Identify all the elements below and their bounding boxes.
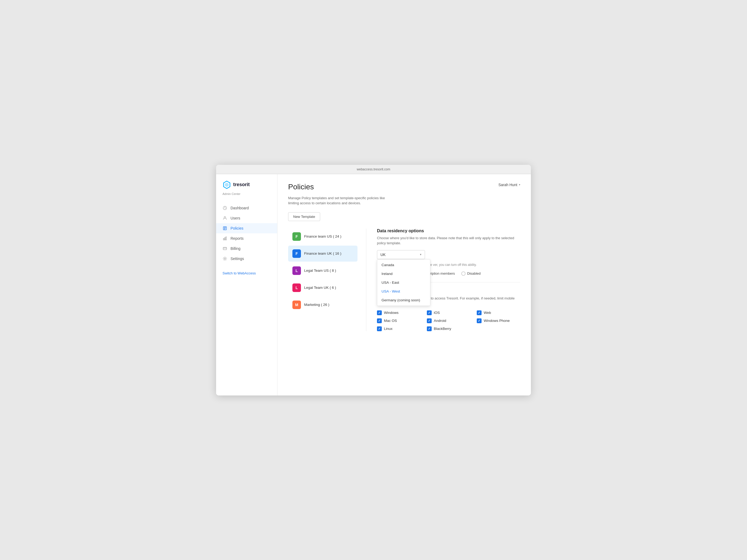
sidebar-item-billing[interactable]: Billing	[216, 243, 277, 254]
reports-icon	[223, 236, 227, 241]
tresorit-logo-icon	[223, 181, 231, 189]
device-label-web: Web	[484, 311, 491, 315]
device-item-web: ✓ Web	[477, 311, 520, 315]
template-item-marketing[interactable]: M Marketing ( 26 )	[288, 297, 358, 313]
clock-icon	[223, 206, 227, 210]
template-name-finance-uk: Finance team UK ( 16 )	[304, 251, 341, 256]
browser-window: webaccess.tresorit.com tresorit Admin Ce…	[216, 165, 531, 396]
radio-label-disabled: Disabled	[467, 271, 481, 275]
page-header: Policies Sarah Hunt ▾	[288, 183, 520, 191]
svg-point-9	[224, 258, 226, 259]
sidebar-item-label-users: Users	[231, 216, 240, 220]
template-badge-legal-uk: L	[292, 284, 301, 292]
templates-list: F Finance team US ( 24 ) F Finance team …	[288, 229, 358, 331]
radio-circle-disabled	[461, 271, 466, 276]
checkbox-check: ✓	[478, 311, 481, 315]
checkbox-check: ✓	[378, 327, 381, 331]
device-label-blackberry: BlackBerry	[434, 327, 451, 331]
svg-marker-1	[225, 183, 229, 187]
svg-rect-7	[226, 237, 227, 240]
user-icon	[223, 216, 227, 220]
dropdown-item-canada[interactable]: Canada	[377, 261, 430, 269]
template-item-finance-us[interactable]: F Finance team US ( 24 )	[288, 229, 358, 244]
browser-bar: webaccess.tresorit.com	[216, 165, 531, 174]
checkbox-android[interactable]: ✓	[427, 318, 432, 323]
logo-text: tresorit	[233, 182, 250, 187]
svg-rect-5	[223, 238, 224, 240]
sidebar-item-label-settings: Settings	[231, 257, 244, 261]
checkbox-web[interactable]: ✓	[477, 311, 482, 315]
settings-icon	[223, 256, 227, 261]
template-item-finance-uk[interactable]: F Finance team UK ( 16 )	[288, 246, 358, 262]
billing-icon	[223, 246, 227, 251]
device-item-windows: ✓ Windows	[377, 311, 420, 315]
data-residency-title: Data residency options	[377, 229, 520, 233]
content-split: F Finance team US ( 24 ) F Finance team …	[288, 229, 520, 331]
browser-url: webaccess.tresorit.com	[357, 167, 390, 171]
checkbox-blackberry[interactable]: ✓	[427, 326, 432, 331]
new-template-button[interactable]: New Template	[288, 212, 320, 221]
device-item-ios: ✓ iOS	[427, 311, 470, 315]
template-item-legal-uk[interactable]: L Legal Team UK ( 6 )	[288, 280, 358, 296]
device-label-linux: Linux	[384, 327, 392, 331]
radio-item-disabled[interactable]: Disabled	[461, 271, 481, 276]
devices-grid: ✓ Windows ✓ iOS ✓ Web ✓ Mac OS	[377, 311, 520, 331]
data-residency-dropdown[interactable]: UK ▾ CanadaIrelandUSA - EastUSA - WestGe…	[377, 250, 425, 259]
sidebar-item-policies[interactable]: Policies	[216, 223, 277, 233]
checkbox-windows-phone[interactable]: ✓	[477, 318, 482, 323]
template-badge-marketing: M	[292, 300, 301, 309]
checkbox-check: ✓	[378, 311, 381, 315]
switch-to-webaccess-link[interactable]: Switch to WebAccess	[216, 268, 277, 278]
device-item-android: ✓ Android	[427, 318, 470, 323]
dropdown-menu: CanadaIrelandUSA - EastUSA - WestGermany…	[377, 259, 430, 306]
template-item-legal-us[interactable]: L Legal Team US ( 8 )	[288, 263, 358, 279]
template-name-legal-uk: Legal Team UK ( 6 )	[304, 286, 336, 290]
app-layout: tresorit Admin Center Dashboard Users Po…	[216, 174, 531, 396]
dropdown-item-germany-(coming-soon)[interactable]: Germany (coming soon)	[377, 296, 430, 304]
checkbox-mac-os[interactable]: ✓	[377, 318, 382, 323]
device-label-android: Android	[434, 319, 446, 323]
checkbox-linux[interactable]: ✓	[377, 326, 382, 331]
page-title: Policies	[288, 183, 314, 191]
sidebar-item-label-policies: Policies	[231, 226, 243, 231]
svg-rect-8	[223, 247, 227, 249]
device-item-windows-phone: ✓ Windows Phone	[477, 318, 520, 323]
dropdown-item-usa---west[interactable]: USA - West	[377, 287, 430, 296]
data-residency-section: Data residency options Choose where you'…	[377, 229, 520, 262]
sidebar-item-label-billing: Billing	[231, 246, 240, 251]
template-name-marketing: Marketing ( 26 )	[304, 303, 330, 306]
checkbox-check: ✓	[428, 319, 431, 323]
dropdown-trigger[interactable]: UK ▾	[377, 250, 425, 259]
sidebar-item-dashboard[interactable]: Dashboard	[216, 203, 277, 213]
dropdown-value: UK	[381, 252, 386, 257]
sidebar-item-users[interactable]: Users	[216, 213, 277, 223]
sidebar-item-label-dashboard: Dashboard	[231, 206, 249, 210]
template-badge-finance-us: F	[292, 232, 301, 241]
sidebar: tresorit Admin Center Dashboard Users Po…	[216, 174, 278, 396]
device-label-windows-phone: Windows Phone	[484, 319, 510, 323]
logo-area: tresorit	[216, 181, 277, 191]
checkbox-ios[interactable]: ✓	[427, 311, 432, 315]
svg-point-3	[224, 216, 226, 218]
device-label-windows: Windows	[384, 311, 398, 315]
sidebar-item-label-reports: Reports	[231, 236, 243, 241]
checkbox-check: ✓	[428, 327, 431, 331]
user-name: Sarah Hunt	[498, 183, 517, 187]
device-placeholder-2-2	[477, 326, 520, 331]
checkbox-windows[interactable]: ✓	[377, 311, 382, 315]
template-badge-finance-uk: F	[292, 249, 301, 258]
dropdown-item-usa---east[interactable]: USA - East	[377, 278, 430, 287]
main-content: Policies Sarah Hunt ▾ Manage Policy temp…	[278, 174, 531, 396]
sidebar-item-reports[interactable]: Reports	[216, 233, 277, 243]
page-description: Manage Policy templates and set template…	[288, 195, 395, 206]
data-residency-desc: Choose where you'd like to store data. P…	[377, 236, 520, 246]
checkbox-check: ✓	[378, 319, 381, 323]
logo-subtitle: Admin Center	[216, 192, 277, 195]
chevron-down-icon: ▾	[519, 183, 520, 186]
device-item-mac-os: ✓ Mac OS	[377, 318, 420, 323]
template-name-finance-us: Finance team US ( 24 )	[304, 234, 341, 238]
dropdown-item-ireland[interactable]: Ireland	[377, 269, 430, 278]
sidebar-item-settings[interactable]: Settings	[216, 254, 277, 264]
user-menu[interactable]: Sarah Hunt ▾	[498, 183, 520, 187]
device-label-ios: iOS	[434, 311, 440, 315]
